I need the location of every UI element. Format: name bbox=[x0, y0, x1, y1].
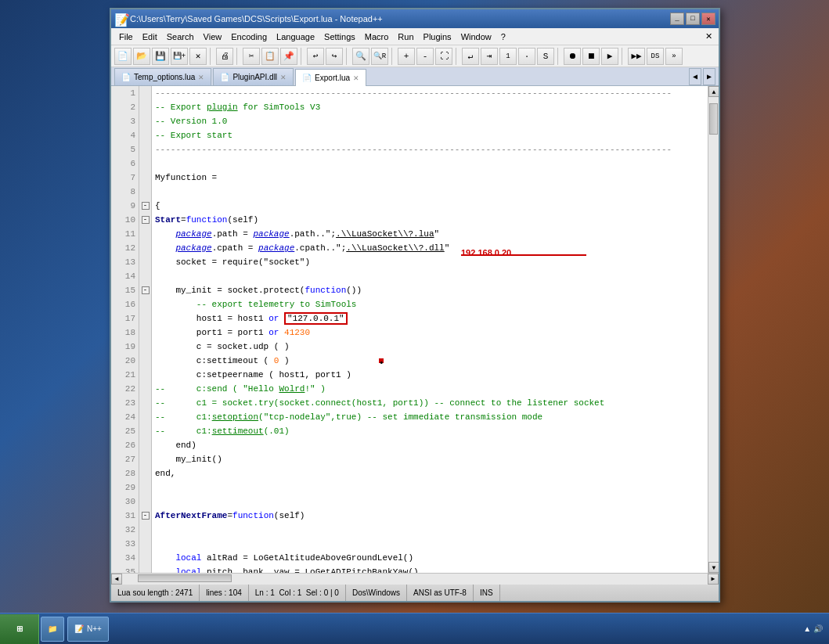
code-line-19: c = socket.udp ( ) bbox=[152, 340, 708, 354]
tb-save[interactable]: 💾 bbox=[152, 48, 169, 65]
taskbar: ⊞ 📁 📝 N++ ▲ 🔊 bbox=[0, 613, 829, 644]
tb-playback[interactable]: ▶ bbox=[601, 48, 618, 65]
menu-plugins[interactable]: Plugins bbox=[419, 31, 456, 43]
line-num-10: 10 bbox=[111, 213, 139, 227]
start-orb: ⊞ bbox=[16, 624, 23, 633]
code-text-18: port1 = port1 or 41230 bbox=[155, 328, 310, 337]
tb-cut[interactable]: ✂ bbox=[243, 48, 260, 65]
tb-close[interactable]: ✕ bbox=[189, 48, 207, 65]
tb-syntax[interactable]: S bbox=[537, 48, 554, 65]
tb-new[interactable]: 📄 bbox=[114, 48, 132, 65]
scroll-down-button[interactable]: ▼ bbox=[708, 562, 719, 573]
title-buttons: _ □ ✕ bbox=[670, 13, 715, 25]
tb-more[interactable]: » bbox=[665, 48, 683, 65]
tab-export-close[interactable]: ✕ bbox=[353, 74, 359, 82]
taskbar-explorer[interactable]: 📁 bbox=[41, 617, 64, 642]
code-text-15: my_init = socket.protect(function()) bbox=[155, 286, 362, 295]
status-ins: INS bbox=[480, 588, 493, 597]
menu-search[interactable]: Search bbox=[162, 31, 199, 43]
code-text-20: c:settimeout ( 0 ) bbox=[155, 356, 290, 365]
menu-window[interactable]: Window bbox=[456, 31, 496, 43]
menu-settings[interactable]: Settings bbox=[319, 31, 360, 43]
code-line-24: -- c1:setoption("tcp-nodelay",true) -- s… bbox=[152, 410, 708, 424]
taskbar-notepadpp[interactable]: 📝 N++ bbox=[67, 617, 109, 642]
fold-marker-31[interactable]: - bbox=[142, 512, 150, 520]
code-text-10: Start=function(self) bbox=[155, 215, 258, 225]
menu-language[interactable]: Language bbox=[272, 31, 319, 43]
fold-20 bbox=[139, 354, 151, 368]
tb-zoom-out[interactable]: - bbox=[416, 48, 434, 65]
status-lines-text: lines : 104 bbox=[206, 588, 242, 597]
start-button[interactable]: ⊞ bbox=[0, 614, 39, 644]
menu-edit[interactable]: Edit bbox=[138, 31, 162, 43]
tb-extra[interactable]: DS bbox=[647, 48, 664, 65]
close-button[interactable]: ✕ bbox=[701, 13, 715, 25]
fold-16 bbox=[139, 297, 151, 311]
code-area[interactable]: ----------------------------------------… bbox=[152, 86, 708, 573]
tb-indent[interactable]: ⇥ bbox=[481, 48, 498, 65]
fold-marker-10[interactable]: - bbox=[142, 216, 150, 224]
tb-paste[interactable]: 📌 bbox=[280, 48, 297, 65]
hscroll-left-button[interactable]: ◀ bbox=[111, 574, 122, 585]
tab-temp-options[interactable]: 📄 Temp_options.lua ✕ bbox=[114, 68, 211, 85]
fold-marker-9[interactable]: - bbox=[142, 202, 150, 210]
tabs-scroll-right[interactable]: ▶ bbox=[703, 68, 715, 85]
code-line-9: { bbox=[152, 199, 708, 213]
line-num-25: 25 bbox=[111, 424, 139, 438]
tb-run[interactable]: ▶▶ bbox=[628, 48, 645, 65]
hscroll-thumb[interactable] bbox=[138, 574, 232, 582]
tabs-scroll-left[interactable]: ◀ bbox=[689, 68, 701, 85]
menu-view[interactable]: View bbox=[199, 31, 227, 43]
taskbar-npp-label: N++ bbox=[87, 624, 102, 633]
scroll-thumb[interactable] bbox=[709, 103, 718, 135]
fold-13 bbox=[139, 255, 151, 269]
line-numbers: 1 2 3 4 5 6 7 8 9 10 11 12 13 14 15 16 1… bbox=[111, 86, 139, 573]
fold-3 bbox=[139, 114, 151, 128]
fold-31[interactable]: - bbox=[139, 509, 151, 523]
fold-10[interactable]: - bbox=[139, 213, 151, 227]
tb-copy[interactable]: 📋 bbox=[261, 48, 279, 65]
scroll-up-button[interactable]: ▲ bbox=[708, 86, 719, 97]
hscroll-track[interactable] bbox=[122, 574, 708, 585]
code-line-5: ----------------------------------------… bbox=[152, 142, 708, 157]
tb-redo[interactable]: ↪ bbox=[326, 48, 343, 65]
tb-find[interactable]: 🔍 bbox=[352, 48, 369, 65]
minimize-button[interactable]: _ bbox=[670, 13, 684, 25]
tb-stop[interactable]: ⏹ bbox=[582, 48, 600, 65]
fold-marker-15[interactable]: - bbox=[142, 286, 150, 294]
tb-record[interactable]: ⏺ bbox=[564, 48, 581, 65]
menu-macro[interactable]: Macro bbox=[360, 31, 394, 43]
line-num-27: 27 bbox=[111, 452, 139, 466]
fold-15[interactable]: - bbox=[139, 283, 151, 297]
tb-whitespace[interactable]: · bbox=[518, 48, 535, 65]
tb-print[interactable]: 🖨 bbox=[216, 48, 233, 65]
menu-help[interactable]: ? bbox=[496, 31, 510, 43]
tb-open[interactable]: 📂 bbox=[133, 48, 150, 65]
fold-32 bbox=[139, 523, 151, 537]
maximize-button[interactable]: □ bbox=[686, 13, 700, 25]
menu-file[interactable]: File bbox=[114, 31, 138, 43]
fold-25 bbox=[139, 424, 151, 438]
close-menu-x[interactable]: ✕ bbox=[705, 31, 715, 41]
line-num-26: 26 bbox=[111, 438, 139, 452]
line-num-35: 35 bbox=[111, 565, 139, 573]
fold-9[interactable]: - bbox=[139, 199, 151, 213]
tb-linenum[interactable]: 1 bbox=[499, 48, 517, 65]
tb-wordwrap[interactable]: ↵ bbox=[462, 48, 479, 65]
line-num-22: 22 bbox=[111, 382, 139, 396]
scroll-track[interactable] bbox=[708, 97, 719, 562]
tb-zoom-in[interactable]: + bbox=[398, 48, 415, 65]
tb-undo[interactable]: ↩ bbox=[307, 48, 324, 65]
fold-5 bbox=[139, 142, 151, 157]
tb-replace[interactable]: 🔍R bbox=[371, 48, 388, 65]
tb-fullscreen[interactable]: ⛶ bbox=[435, 48, 452, 65]
fold-34 bbox=[139, 551, 151, 565]
code-text-7: Myfunction = bbox=[155, 173, 217, 182]
app-icon: 📝 bbox=[114, 13, 127, 25]
tab-export-lua[interactable]: 📄 Export.lua ✕ bbox=[295, 69, 366, 86]
tab-plugin-api[interactable]: 📄 PluginAPI.dll ✕ bbox=[213, 68, 294, 85]
menu-encoding[interactable]: Encoding bbox=[226, 31, 272, 43]
menu-run[interactable]: Run bbox=[393, 31, 418, 43]
hscroll-right-button[interactable]: ▶ bbox=[708, 574, 719, 585]
tb-save-all[interactable]: 💾+ bbox=[171, 48, 188, 65]
